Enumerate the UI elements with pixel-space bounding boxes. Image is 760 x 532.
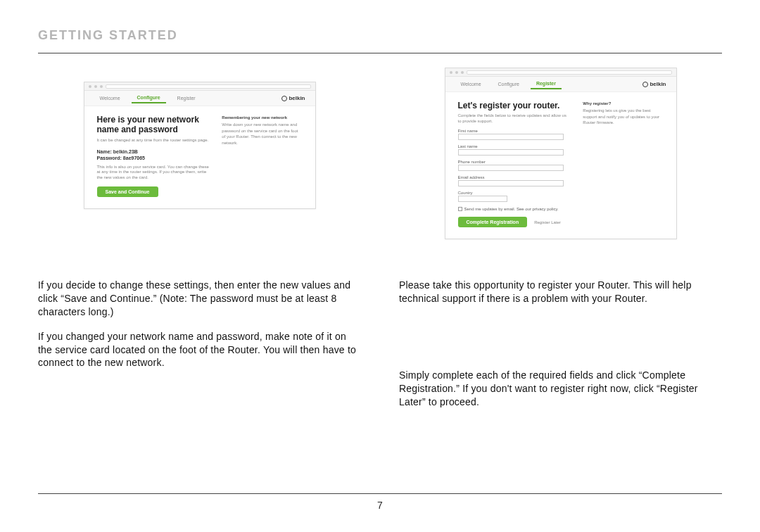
screenshot-left-wrap: Welcome Configure Register belkin Here i… <box>38 82 361 265</box>
tab-welcome: Welcome <box>94 94 126 103</box>
field-country: Country <box>458 191 571 203</box>
side-body: Registering lets us give you the best su… <box>583 108 663 125</box>
browser-urlbar <box>445 68 676 77</box>
tab-configure: Configure <box>132 93 166 103</box>
belkin-logo: belkin <box>281 95 305 101</box>
register-subtext: Complete the fields below to receive upd… <box>458 113 571 125</box>
side-heading: Why register? <box>583 101 663 106</box>
tab-register: Register <box>531 79 562 89</box>
setup-wizard-nav: Welcome Configure Register belkin <box>445 77 676 92</box>
logo-ring-icon <box>281 96 287 101</box>
column-left: Welcome Configure Register belkin Here i… <box>38 82 361 419</box>
save-continue-button: Save and Continue <box>97 186 158 197</box>
browser-urlbar <box>84 82 315 91</box>
screenshot-network-info: Welcome Configure Register belkin Here i… <box>84 82 316 209</box>
field-firstname: First name <box>458 129 571 140</box>
field-email: Email address <box>458 175 571 186</box>
side-body: Write down your new network name and pas… <box>222 122 302 146</box>
column-right: Welcome Configure Register belkin Let's … <box>399 82 722 419</box>
network-note: This info is also on your service card. … <box>97 165 210 181</box>
tab-register: Register <box>172 94 201 103</box>
tab-configure: Configure <box>493 80 525 89</box>
register-heading: Let's register your router. <box>458 101 571 110</box>
network-password: Password: 8ae97065 <box>97 156 210 160</box>
screenshot-body: Here is your new network name and passwo… <box>84 106 315 208</box>
setup-wizard-nav: Welcome Configure Register belkin <box>84 91 315 106</box>
checkbox-icon <box>458 207 462 211</box>
divider-bottom <box>38 493 722 494</box>
network-name: Name: belkin.23B <box>97 149 210 154</box>
screenshot-right-wrap: Welcome Configure Register belkin Let's … <box>399 82 722 265</box>
field-lastname: Last name <box>458 144 571 156</box>
field-phone: Phone number <box>458 160 571 171</box>
right-paragraph-1: Please take this opportunity to register… <box>399 279 722 305</box>
logo-ring-icon <box>642 82 648 87</box>
page-number: 7 <box>0 500 760 511</box>
complete-registration-button: Complete Registration <box>458 217 528 227</box>
left-body-text: If you decide to change these settings, … <box>38 279 361 381</box>
divider-top <box>38 53 722 53</box>
content-columns: Welcome Configure Register belkin Here i… <box>38 82 722 419</box>
network-heading: Here is your new network name and passwo… <box>97 115 210 135</box>
screenshot-register: Welcome Configure Register belkin Let's … <box>445 68 677 239</box>
left-paragraph-1: If you decide to change these settings, … <box>38 279 361 319</box>
updates-checkbox-row: Send me updates by email. See our privac… <box>458 207 571 211</box>
screenshot-body: Let's register your router. Complete the… <box>445 92 676 239</box>
left-paragraph-2: If you changed your network name and pas… <box>38 330 361 370</box>
page-title: GETTING STARTED <box>38 28 722 43</box>
belkin-logo: belkin <box>642 81 666 87</box>
right-body-text: Please take this opportunity to register… <box>399 279 722 419</box>
right-paragraph-2: Simply complete each of the required fie… <box>399 369 722 409</box>
side-heading: Remembering your new network <box>222 115 302 120</box>
network-subtext: It can be changed at any time from the r… <box>97 138 210 144</box>
register-later-link: Register Later <box>534 220 561 224</box>
tab-welcome: Welcome <box>455 80 487 89</box>
